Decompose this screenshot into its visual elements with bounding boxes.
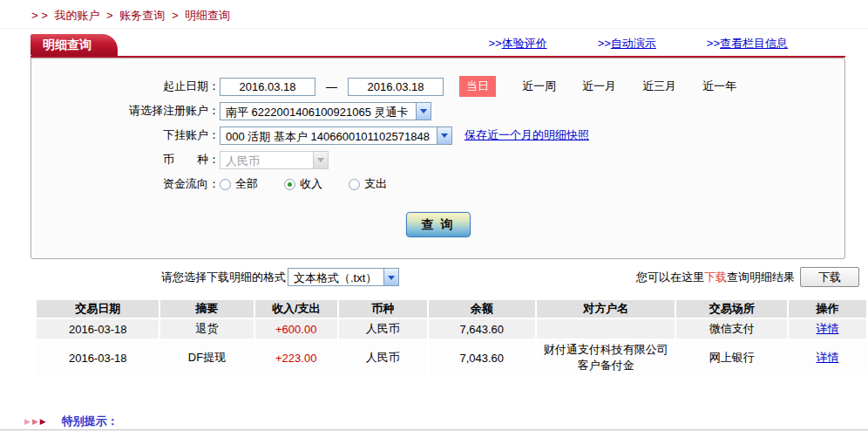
arrow-icon: ▶ [40,417,46,426]
link-experience-rating[interactable]: >>体验评价 [488,36,546,51]
currency-row: 币 种： 人民币 [31,149,844,170]
cell-amount: +600.00 [255,319,337,339]
date-to-input[interactable] [348,78,444,96]
col-header-counterparty: 对方户名 [537,300,675,318]
flow-radio-group: 全部 收入 支出 [220,176,413,192]
query-button[interactable]: 查 询 [406,212,471,237]
cell-summary: 退货 [160,319,253,339]
cell-balance: 7,043.60 [429,340,535,375]
date-from-input[interactable] [220,78,315,96]
dropdown-arrow-icon [437,127,451,144]
col-header-summary: 摘要 [160,300,253,318]
dropdown-arrow-icon [313,152,328,168]
col-header-date: 交易日期 [37,300,159,318]
cell-currency: 人民币 [339,340,427,375]
download-format-select[interactable]: 文本格式（.txt） [288,268,399,286]
transactions-table: 交易日期 摘要 收入/支出 币种 余额 对方户名 交易场所 操作 2016-03… [35,298,868,377]
flow-option-all[interactable]: 全部 [220,176,258,192]
download-hint-group: 您可以在这里下载查询明细结果 下载 [636,267,859,287]
flow-direction-label: 资金流向： [31,176,220,192]
special-notice-label: 特别提示： [62,414,119,429]
detail-link[interactable]: 详情 [816,351,838,364]
date-range-label: 起止日期： [31,79,220,94]
save-snapshot-link[interactable]: 保存近一个月的明细快照 [465,127,589,143]
download-inline-link[interactable]: 下载 [704,270,727,285]
currency-label: 币 种： [31,152,220,168]
breadcrumb: > > 我的账户 > 账务查询 > 明细查询 [0,0,868,28]
col-header-amount: 收入/支出 [255,300,337,318]
link-auto-demo[interactable]: >>自动演示 [598,36,656,51]
date-range-dash: — [326,80,337,93]
registered-account-select[interactable]: 南平 6222001406100921065 灵通卡 [220,102,431,120]
cell-amount: +223.00 [255,340,337,375]
table-row: 2016-03-18 退货 +600.00 人民币 7,643.60 微信支付 … [37,319,866,339]
flow-option-income[interactable]: 收入 [284,176,322,192]
tab-bar: 明细查询 >>体验评价 >>自动演示 >>查看栏目信息 [31,34,845,58]
registered-account-label: 请选择注册账户： [31,103,220,119]
col-header-venue: 交易场所 [676,300,786,318]
cell-currency: 人民币 [339,319,427,339]
cell-counterparty: 财付通支付科技有限公司客户备付金 [537,340,675,375]
quick-range-quarter[interactable]: 近三月 [642,79,676,94]
quick-range-today[interactable]: 当日 [459,76,496,97]
cell-venue: 网上银行 [676,340,786,375]
query-form-panel: 起止日期： — 当日 近一周 近一月 近三月 近一年 请选择注册账户： 南平 6… [31,58,845,259]
tab-detail-query[interactable]: 明细查询 [31,34,118,56]
flow-direction-row: 资金流向： 全部 收入 支出 [31,174,844,195]
sub-account-select[interactable]: 000 活期 基本户 1406600101102571848 [220,127,452,145]
download-hint-prefix: 您可以在这里 [636,270,704,285]
col-header-action: 操作 [789,300,866,318]
detail-link[interactable]: 详情 [816,322,838,335]
cell-date: 2016-03-18 [37,319,159,339]
breadcrumb-item-account-query[interactable]: 账务查询 [119,9,165,22]
download-row: 请您选择下载明细的格式 文本格式（.txt） 您可以在这里下载查询明细结果 下载 [31,267,859,287]
currency-select: 人民币 [220,151,329,169]
quick-range-week[interactable]: 近一周 [522,79,556,94]
arrow-icon: ▶ [24,417,31,426]
date-range-row: 起止日期： — 当日 近一周 近一月 近三月 近一年 [31,76,844,97]
dropdown-arrow-icon [416,103,431,120]
download-format-label: 请您选择下载明细的格式 [161,270,286,285]
cell-counterparty [537,319,675,339]
breadcrumb-item-my-account[interactable]: 我的账户 [54,9,99,22]
col-header-balance: 余额 [429,300,535,318]
cell-balance: 7,643.60 [429,319,535,339]
flow-radio-1[interactable] [284,179,295,190]
sub-account-label: 下挂账户： [31,127,220,143]
top-divider [0,28,868,29]
arrow-icon: ▶ [32,417,38,426]
flow-radio-0[interactable] [220,179,231,190]
breadcrumb-separator: > [172,9,179,22]
cell-summary: DF提现 [160,340,253,375]
cell-venue: 微信支付 [676,319,786,339]
special-notice: ▶ ▶ ▶ 特别提示： [24,414,868,429]
breadcrumb-item-detail-query[interactable]: 明细查询 [185,9,230,22]
dropdown-arrow-icon [383,269,398,285]
registered-account-row: 请选择注册账户： 南平 6222001406100921065 灵通卡 [31,100,844,121]
flow-radio-2[interactable] [349,179,360,190]
table-row: 2016-03-18 DF提现 +223.00 人民币 7,043.60 财付通… [37,340,866,375]
link-view-column-info[interactable]: >>查看栏目信息 [707,36,788,51]
download-hint-suffix: 查询明细结果 [727,270,795,285]
breadcrumb-separator: > [106,9,113,22]
download-button[interactable]: 下载 [800,267,859,287]
sub-account-row: 下挂账户： 000 活期 基本户 1406600101102571848 保存近… [31,125,844,146]
quick-range-year[interactable]: 近一年 [702,79,736,94]
top-links: >>体验评价 >>自动演示 >>查看栏目信息 [488,36,845,56]
cell-date: 2016-03-18 [37,340,159,375]
table-header-row: 交易日期 摘要 收入/支出 币种 余额 对方户名 交易场所 操作 [37,300,866,318]
quick-range-month[interactable]: 近一月 [582,79,616,94]
flow-option-expense[interactable]: 支出 [349,176,387,192]
download-format-group: 请您选择下载明细的格式 文本格式（.txt） [161,268,399,286]
col-header-currency: 币种 [339,300,427,318]
breadcrumb-prefix: > > [31,9,48,22]
